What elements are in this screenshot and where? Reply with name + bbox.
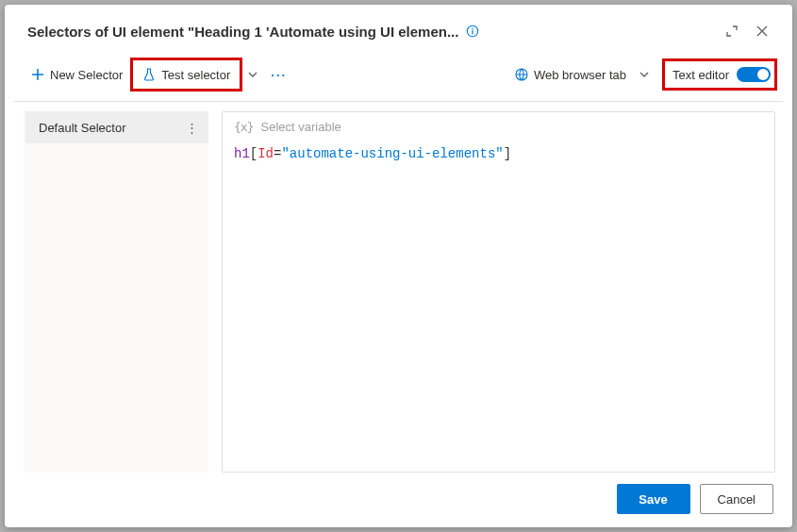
globe-icon [515,68,528,81]
cancel-button[interactable]: Cancel [700,484,773,514]
selector-item-more-button[interactable]: ⋮ [180,111,203,143]
title-bar: Selectors of UI element "Heading 1 'Auto… [14,14,783,54]
code-attr: Id [257,146,274,161]
variable-icon: {x} [234,120,253,134]
web-browser-tab-label: Web browser tab [534,68,626,82]
footer: Save Cancel [14,473,783,520]
text-editor-toggle[interactable] [737,67,771,82]
variable-placeholder: Select variable [260,120,340,134]
test-selector-highlight: Test selector [130,58,242,91]
variable-bar[interactable]: {x} Select variable [223,112,774,141]
code-value: automate-using-ui-elements [290,146,495,161]
new-selector-label: New Selector [50,68,123,82]
toolbar: New Selector Test selector ··· Web brows… [14,54,783,102]
ellipsis-icon: ··· [271,68,287,82]
flask-icon [142,68,156,81]
web-browser-tab-button[interactable]: Web browser tab [507,60,634,89]
selector-editor: {x} Select variable h1[Id="automate-usin… [222,111,775,473]
dialog-title: Selectors of UI element "Heading 1 'Auto… [27,24,458,40]
web-browser-tab-dropdown[interactable] [634,60,655,89]
selectors-sidebar: Default Selector ⋮ [24,111,208,473]
test-selector-dropdown[interactable] [242,60,263,89]
plus-icon [31,68,44,81]
selector-builder-dialog: Selectors of UI element "Heading 1 'Auto… [5,5,792,527]
info-icon[interactable] [466,25,479,38]
chevron-down-icon [639,70,649,79]
text-editor-highlight: Text editor [662,58,777,91]
vertical-ellipsis-icon: ⋮ [186,121,198,135]
more-actions-button[interactable]: ··· [263,60,290,89]
svg-point-1 [473,28,474,30]
expand-icon [726,25,738,37]
close-icon [756,25,768,37]
test-selector-label: Test selector [161,68,230,82]
selector-code[interactable]: h1[Id="automate-using-ui-elements"] [223,141,774,167]
selector-list-item[interactable]: Default Selector ⋮ [24,111,208,143]
code-tag: h1 [234,146,250,161]
expand-button[interactable] [717,18,747,44]
text-editor-label: Text editor [672,68,729,82]
test-selector-button[interactable]: Test selector [135,60,238,89]
chevron-down-icon [248,70,257,79]
save-button[interactable]: Save [617,484,690,514]
selector-list-item-label: Default Selector [39,121,180,135]
svg-rect-2 [473,30,473,34]
close-button[interactable] [747,18,777,44]
body: Default Selector ⋮ {x} Select variable h… [14,102,783,473]
new-selector-button[interactable]: New Selector [24,60,130,89]
